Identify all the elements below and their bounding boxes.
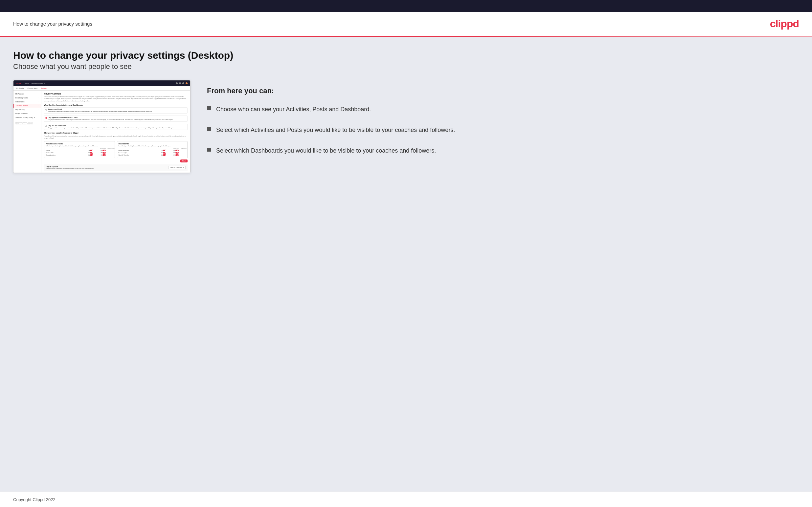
header: How to change your privacy settings clip… <box>0 12 812 36</box>
right-heading: From here you can: <box>207 87 799 95</box>
app-topbar: clippd Home My Performance <box>13 80 190 86</box>
footer-text: Copyright Clippd 2022 <box>13 497 55 502</box>
toggle-player-dash-followers[interactable] <box>175 150 179 151</box>
app-logo: clippd <box>16 82 21 84</box>
sidebar-my-account: My Account › <box>13 92 41 96</box>
toggle-round-insights: Round Insights ON ON <box>118 152 186 154</box>
toggle-manual-coaches[interactable] <box>90 154 93 156</box>
bullet-icon-1 <box>207 106 211 110</box>
toggle-rounds: Rounds ON ON <box>46 150 113 151</box>
content-row: clippd Home My Performance My Profile Co… <box>13 80 799 173</box>
who-can-see-title: Who Can See Your Activities and Dashboar… <box>44 104 188 106</box>
radio-only-you: Only You and Your Coach Only you and the… <box>44 124 188 130</box>
show-hide-title: Show or hide specific features in Clippd <box>44 132 188 134</box>
search-icon <box>176 82 178 84</box>
toggle-wtwo-coaches[interactable] <box>163 154 166 156</box>
app-sidebar: My Account › Data Integrations › Subscri… <box>13 91 41 173</box>
header-title: How to change your privacy settings <box>13 21 92 26</box>
radio-everyone: Everyone on Clippd Everyone on Clippd ca… <box>44 107 188 114</box>
avatar-icon <box>186 82 188 84</box>
toggle-manual-activities: Manual Activities ON ON <box>46 154 113 156</box>
app-subnav: My Profile Connections Settings <box>13 86 190 91</box>
sidebar-my-golf-bag: My Golf Bag › <box>13 108 41 112</box>
save-button[interactable]: Save <box>180 160 188 162</box>
nav-home: Home <box>24 82 29 84</box>
toggle-rounds-coaches[interactable] <box>90 150 93 151</box>
show-hide-desc: Regardless of the privacy controls that … <box>44 135 188 139</box>
radio-dot-only-you <box>45 125 47 127</box>
sidebar-help-support: Help & Support ↗ <box>13 112 41 115</box>
bullet-text-2: Select which Activities and Posts you wo… <box>216 126 455 134</box>
toggle-what-to-work-on: What To Work On ON ON <box>118 154 186 156</box>
toggle-section: Activities and Posts Select the types of… <box>44 141 188 158</box>
bullet-item-3: Select which Dashboards you would like t… <box>207 146 799 155</box>
bullet-icon-2 <box>207 127 211 131</box>
toggle-rounds-followers[interactable] <box>102 150 106 151</box>
toggle-round-insights-coaches[interactable] <box>163 152 166 154</box>
logo: clippd <box>770 18 799 30</box>
grid-icon <box>179 82 181 84</box>
toggle-manual-followers[interactable] <box>102 154 106 156</box>
help-desc: Visit our Clippd community to troublesho… <box>46 168 94 169</box>
bullet-list: Choose who can see your Activities, Post… <box>207 105 799 155</box>
top-bar <box>0 0 812 12</box>
bullet-item-2: Select which Activities and Posts you wo… <box>207 126 799 134</box>
nav-my-performance: My Performance <box>32 82 45 84</box>
privacy-controls-title: Privacy Controls <box>44 93 188 95</box>
screenshot-mockup: clippd Home My Performance My Profile Co… <box>13 80 191 173</box>
visit-community-button[interactable]: Visit Our Community ↗ <box>168 166 186 169</box>
page-heading: How to change your privacy settings (Des… <box>13 50 799 61</box>
privacy-controls-desc: Control how you and your data appears to… <box>44 96 188 102</box>
subnav-settings: Settings <box>41 87 47 90</box>
toggle-drills-followers[interactable] <box>102 152 106 154</box>
radio-approved-followers: Only Approved Followers and Your Coach O… <box>44 115 188 122</box>
main-content: How to change your privacy settings (Des… <box>0 37 812 492</box>
settings-icon <box>182 82 184 84</box>
app-main: Privacy Controls Control how you and you… <box>41 91 190 173</box>
radio-dot-everyone <box>45 109 47 111</box>
sidebar-service-privacy: Service & Privacy Policy ↗ <box>13 115 41 119</box>
footer: Copyright Clippd 2022 <box>0 492 812 507</box>
bullet-icon-3 <box>207 148 211 152</box>
toggle-round-insights-followers[interactable] <box>175 152 179 154</box>
save-row: Save <box>44 160 188 162</box>
app-nav-links: Home My Performance <box>24 82 45 84</box>
page-subheading: Choose what you want people to see <box>13 62 799 71</box>
sidebar-version: Clippd Client Version: 2022.8.2SQL Serve… <box>13 121 41 126</box>
app-body: My Account › Data Integrations › Subscri… <box>13 91 190 173</box>
activities-posts-box: Activities and Posts Select the types of… <box>44 141 115 158</box>
subnav-my-profile: My Profile <box>16 87 24 90</box>
toggle-player-dash-coaches[interactable] <box>163 150 166 151</box>
toggle-wtwo-followers[interactable] <box>175 154 179 156</box>
radio-dot-approved <box>45 117 47 119</box>
sidebar-data-integrations: Data Integrations › <box>13 96 41 100</box>
sidebar-privacy-controls: Privacy Controls › <box>13 104 41 108</box>
right-content: From here you can: Choose who can see yo… <box>207 80 799 167</box>
sidebar-subscription: Subscription › <box>13 100 41 104</box>
toggle-practice-drills: Practice Drills ON ON <box>46 152 113 154</box>
help-section: Help & Support Visit our Clippd communit… <box>44 164 188 171</box>
toggle-drills-coaches[interactable] <box>90 152 93 154</box>
bullet-item-1: Choose who can see your Activities, Post… <box>207 105 799 114</box>
subnav-connections: Connections <box>27 87 38 90</box>
app-nav-icons <box>176 82 188 84</box>
bullet-text-1: Choose who can see your Activities, Post… <box>216 105 371 114</box>
toggle-player-dashboard: Player Dashboard ON ON <box>118 150 186 151</box>
bullet-text-3: Select which Dashboards you would like t… <box>216 146 436 155</box>
dashboards-box: Dashboards Select the types of activity … <box>117 141 188 158</box>
